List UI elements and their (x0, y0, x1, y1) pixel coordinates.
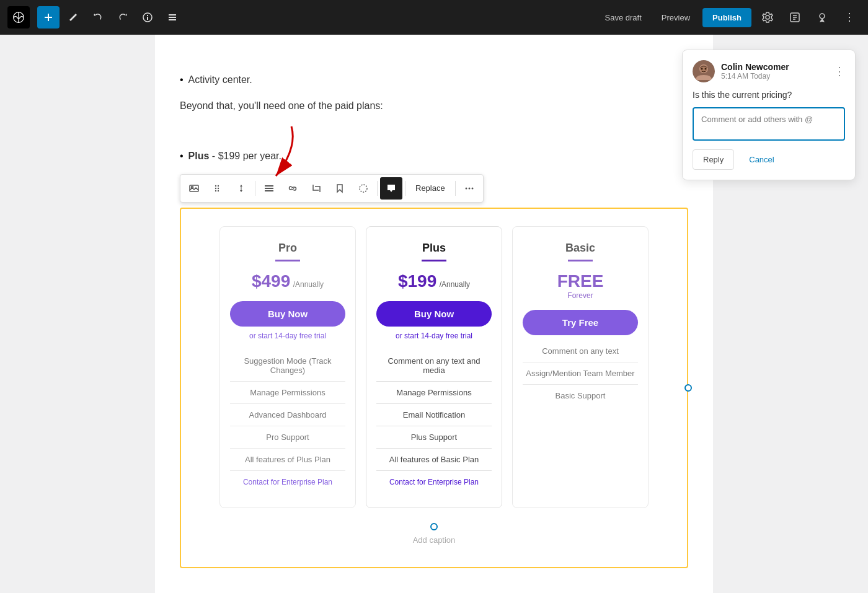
plus-feature-3: Email Notification (376, 404, 492, 426)
undo-icon (93, 12, 103, 22)
svg-rect-28 (265, 188, 273, 189)
pro-feature-2: Manage Permissions (230, 382, 345, 404)
pro-trial-link[interactable]: or start 14-day free trial (230, 332, 345, 340)
pen-icon (68, 12, 78, 22)
svg-point-26 (218, 190, 219, 191)
activity-center-text: Activity center. (188, 72, 252, 88)
preview-button[interactable]: Preview (654, 9, 698, 26)
basic-price: FREE (523, 271, 638, 291)
image-tool-button[interactable] (183, 177, 205, 200)
basic-plan-divider (568, 260, 593, 261)
caption-placeholder-text[interactable]: Add caption (413, 535, 456, 545)
bullet-item-activity: • Activity center. (180, 72, 688, 88)
redo-icon (118, 12, 128, 22)
comment-more-button[interactable]: ⋮ (834, 64, 845, 78)
list-view-button[interactable] (161, 6, 184, 29)
plus-icon (43, 12, 53, 22)
pro-price-container: $499 /Annually (230, 271, 345, 291)
arrow-container (242, 123, 688, 185)
plus-buy-button[interactable]: Buy Now (376, 301, 492, 327)
avatar-image (693, 60, 715, 82)
plus-bold: Plus (188, 151, 210, 161)
block-resize-handle[interactable] (684, 384, 692, 392)
svg-rect-5 (147, 17, 148, 20)
plus-trial-link[interactable]: or start 14-day free trial (376, 332, 492, 340)
commenter-avatar (693, 60, 715, 82)
bullet-dot: • (180, 72, 184, 88)
image-tool-icon (189, 183, 199, 193)
paid-plans-paragraph: Beyond that, you'll need one of the paid… (180, 98, 688, 114)
pro-buy-button[interactable]: Buy Now (230, 301, 345, 327)
svg-rect-6 (147, 15, 148, 16)
editor-mode-button[interactable] (784, 6, 806, 29)
settings-icon (762, 12, 773, 23)
svg-rect-15 (849, 13, 850, 14)
plus-plan-name: Plus (376, 242, 492, 255)
undo-button[interactable] (87, 6, 109, 29)
pen-button[interactable] (62, 6, 84, 29)
pro-plan-divider (275, 260, 300, 261)
plus-enterprise-link[interactable]: Contact for Enterprise Plan (389, 478, 479, 486)
pro-plan-card: Pro $499 /Annually Buy Now or start 14-d… (219, 226, 356, 508)
svg-point-38 (705, 68, 707, 70)
drag-handle-button[interactable] (206, 177, 229, 200)
pricing-block: Pro $499 /Annually Buy Now or start 14-d… (180, 208, 688, 568)
drag-handle-icon (213, 183, 223, 193)
content-area: • Activity center. Beyond that, you'll n… (180, 59, 688, 581)
plus-enterprise: Contact for Enterprise Plan (376, 471, 492, 493)
redo-button[interactable] (112, 6, 134, 29)
pro-feature-1: Suggestion Mode (Track Changes) (230, 350, 345, 382)
plus-plan-divider (422, 260, 446, 261)
pro-plan-name: Pro (230, 242, 345, 255)
top-toolbar: Save draft Preview Publish (0, 0, 868, 35)
plus-price: $199 (398, 271, 436, 291)
info-icon (143, 12, 153, 22)
plus-feature-2: Manage Permissions (376, 382, 492, 404)
pro-feature-5: All features of Plus Plan (230, 449, 345, 471)
svg-point-37 (701, 68, 703, 70)
comment-input[interactable] (693, 107, 845, 141)
save-draft-button[interactable]: Save draft (598, 9, 649, 26)
wordpress-logo[interactable] (7, 6, 30, 29)
publish-button[interactable]: Publish (702, 8, 751, 27)
svg-point-21 (215, 185, 216, 187)
basic-price-sublabel: Forever (523, 291, 638, 300)
svg-point-31 (465, 187, 467, 189)
pin-button[interactable] (811, 6, 833, 29)
editor-mode-icon (789, 12, 800, 23)
plus-period: /Annually (440, 280, 470, 289)
svg-rect-29 (265, 190, 273, 191)
commenter-info: Colin Newcomer 5:14 AM Today (721, 62, 789, 81)
cancel-button[interactable]: Cancel (739, 149, 784, 170)
caption-circle (430, 523, 438, 530)
wp-logo-icon (12, 11, 25, 24)
more-options-button[interactable] (838, 6, 861, 29)
svg-point-25 (218, 188, 219, 189)
reply-button[interactable]: Reply (693, 149, 734, 170)
add-block-button[interactable] (37, 6, 60, 29)
more-options-icon (844, 12, 855, 23)
svg-rect-3 (45, 17, 52, 18)
settings-button[interactable] (756, 6, 779, 29)
basic-try-button[interactable]: Try Free (523, 310, 638, 335)
toolbar-right: Save draft Preview Publish (598, 6, 861, 29)
svg-rect-8 (169, 17, 176, 18)
pro-feature-3: Advanced Dashboard (230, 404, 345, 426)
pin-icon (817, 12, 828, 23)
pro-enterprise-link[interactable]: Contact for Enterprise Plan (243, 478, 332, 486)
comment-actions: Reply Cancel (693, 149, 845, 170)
main-content: • Activity center. Beyond that, you'll n… (155, 35, 713, 593)
comment-time: 5:14 AM Today (721, 72, 789, 81)
svg-point-14 (820, 14, 825, 19)
info-button[interactable] (136, 6, 159, 29)
svg-rect-7 (169, 14, 176, 15)
svg-point-24 (218, 185, 219, 187)
red-arrow (242, 123, 316, 185)
comment-header: Colin Newcomer 5:14 AM Today ⋮ (693, 60, 845, 82)
pro-enterprise: Contact for Enterprise Plan (230, 471, 345, 493)
svg-point-22 (215, 188, 216, 189)
svg-rect-9 (169, 19, 176, 20)
commenter-name: Colin Newcomer (721, 62, 789, 72)
pro-feature-4: Pro Support (230, 426, 345, 449)
plus-price-container: $199 /Annually (376, 271, 492, 291)
